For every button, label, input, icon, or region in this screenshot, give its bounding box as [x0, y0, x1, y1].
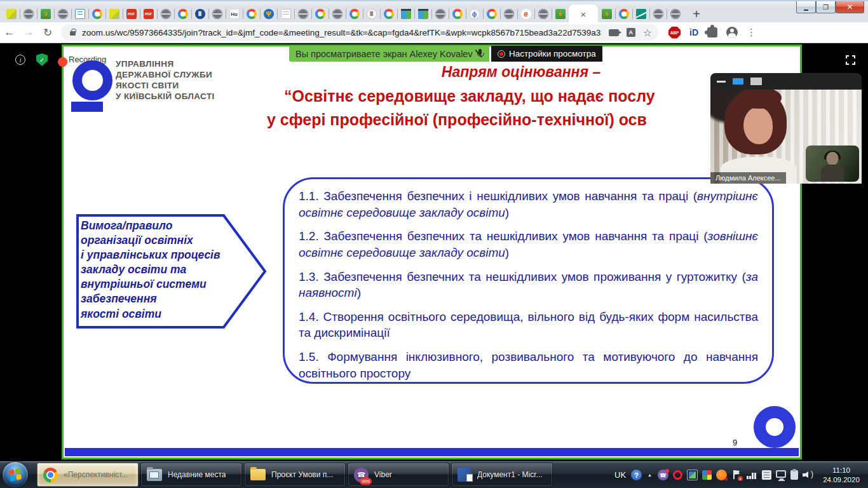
tray-clip-icon[interactable]: [790, 470, 798, 480]
pinned-tab-notes6[interactable]: [598, 4, 615, 24]
taskbar-button-recent[interactable]: Недавние места: [140, 463, 242, 487]
browser-menu-icon[interactable]: ⋮: [747, 27, 756, 38]
encryption-shield-icon[interactable]: ✓: [36, 53, 48, 66]
pinned-tab-ho[interactable]: [226, 4, 243, 24]
pinned-tab-phi[interactable]: [466, 4, 483, 24]
url-text[interactable]: zoom.us/wc/95973664335/join?track_id=&jm…: [82, 28, 601, 37]
pinned-tab-notes6[interactable]: [552, 4, 569, 24]
video-minimize-icon[interactable]: [717, 81, 726, 83]
pinned-tab-globe[interactable]: [294, 4, 311, 24]
id-extension-icon[interactable]: iD: [689, 27, 698, 37]
pinned-tab-google[interactable]: [449, 4, 466, 24]
tray-signal-icon[interactable]: [747, 470, 757, 480]
taskbar-button-viber[interactable]: 999Viber: [348, 463, 449, 487]
pinned-tab-globe[interactable]: [500, 4, 517, 24]
pinned-tab-globe[interactable]: [329, 4, 346, 24]
pinned-tab-google[interactable]: [346, 4, 363, 24]
profile-avatar-icon[interactable]: [726, 27, 738, 38]
refresh-icon[interactable]: ↻: [38, 26, 57, 39]
tray-vol-icon[interactable]: [803, 470, 813, 480]
pinned-tab-pdf[interactable]: [123, 4, 140, 24]
tray-cube-icon[interactable]: [702, 470, 712, 480]
pinned-tab-notes3[interactable]: [37, 4, 54, 24]
pinned-tab-google[interactable]: [174, 4, 191, 24]
pinned-tab-google[interactable]: [380, 4, 397, 24]
pinned-tab-globe[interactable]: [649, 4, 667, 24]
pinned-tab-google[interactable]: [311, 4, 329, 24]
active-tab[interactable]: ×: [569, 4, 598, 24]
pinned-tab-bank-blue[interactable]: [191, 4, 208, 24]
lock-icon[interactable]: [70, 31, 76, 36]
participant-video-panel[interactable]: Людмила Алексее...: [710, 73, 862, 184]
slide-page-number: 9: [733, 438, 737, 447]
system-tray: UK ? ▲ ✕ 11:10 24.09.2020: [614, 461, 867, 488]
taskbar-button-chrome[interactable]: «Перспективніст...: [37, 463, 139, 487]
video-layout-icon[interactable]: [750, 78, 762, 85]
pinned-tab-doc[interactable]: [277, 4, 294, 24]
pinned-tabs: ×+: [3, 4, 705, 24]
tray-list-icon[interactable]: [762, 470, 771, 480]
pinned-tab-globe[interactable]: [20, 4, 37, 24]
back-icon[interactable]: ←: [0, 26, 19, 39]
forward-icon[interactable]: →: [19, 26, 38, 39]
pinned-tab-orange-e[interactable]: [517, 4, 534, 24]
camera-icon[interactable]: [609, 29, 619, 36]
language-indicator[interactable]: UK: [614, 470, 626, 480]
notes6-favicon-icon: [555, 9, 566, 19]
pinned-tab-google[interactable]: [615, 4, 632, 24]
close-button[interactable]: [836, 1, 864, 13]
pinned-tab-globe[interactable]: [431, 4, 449, 24]
minimize-button[interactable]: [796, 1, 816, 13]
extensions-puzzle-icon[interactable]: [707, 27, 717, 37]
globe-favicon-icon: [538, 9, 548, 19]
new-tab-button[interactable]: +: [688, 5, 705, 23]
maximize-button[interactable]: [816, 1, 836, 13]
start-button[interactable]: [3, 462, 28, 487]
taskbar-clock[interactable]: 11:10 24.09.2020: [818, 466, 864, 485]
window-controls: [796, 1, 864, 13]
tray-screen-icon[interactable]: [687, 470, 698, 480]
pinned-tab-globe[interactable]: [157, 4, 174, 24]
tray-viber-icon[interactable]: [658, 470, 668, 480]
fullscreen-icon[interactable]: [845, 55, 856, 68]
adblock-extension-icon[interactable]: ABP: [668, 27, 681, 39]
pinned-tab-globe[interactable]: [667, 4, 684, 24]
criteria-item: 1.3. Забезпечення безпечних та нешкідлив…: [299, 269, 758, 301]
clock-date: 24.09.2020: [818, 475, 864, 485]
pinned-tab-teal-chart[interactable]: [632, 4, 649, 24]
tab-close-icon[interactable]: ×: [581, 10, 587, 19]
translate-icon[interactable]: A: [627, 28, 635, 37]
pinned-tab-flag[interactable]: [397, 4, 414, 24]
pinned-tab-globe[interactable]: [534, 4, 552, 24]
pinned-tab-google[interactable]: [483, 4, 500, 24]
tray-display-icon[interactable]: [776, 470, 786, 478]
pinned-tab-google[interactable]: [88, 4, 105, 24]
pinned-tab-pdf[interactable]: [140, 4, 157, 24]
requirement-callout: Вимога/правилоорганізації освітніхі упра…: [76, 214, 267, 329]
taskbar-button-word[interactable]: Документ1 - Micr...: [451, 463, 553, 487]
pinned-tab-bluedoc[interactable]: [71, 4, 88, 24]
taskbar-button-folder[interactable]: Проєкт Умови п...: [244, 463, 346, 487]
pinned-tab-bank-gray[interactable]: [363, 4, 380, 24]
tray-flag-icon[interactable]: ✕: [731, 470, 742, 480]
omnibox[interactable]: zoom.us/wc/95973664335/join?track_id=&jm…: [61, 24, 658, 41]
tray-expand-icon[interactable]: ▲: [647, 473, 653, 477]
pinned-tab-map[interactable]: [105, 4, 123, 24]
help-icon[interactable]: ?: [631, 470, 642, 480]
pinned-tab-globe[interactable]: [54, 4, 71, 24]
meeting-info-icon[interactable]: i: [15, 55, 25, 65]
pinned-tab-flag[interactable]: [414, 4, 431, 24]
pinned-tab-globe[interactable]: [208, 4, 226, 24]
video-layout-active-icon[interactable]: [733, 78, 743, 85]
view-settings-button[interactable]: Настройки просмотра: [491, 46, 602, 62]
pdf-favicon-icon: [126, 9, 137, 19]
pinned-tab-map[interactable]: [3, 4, 20, 24]
pinned-tab-google[interactable]: [243, 4, 260, 24]
bank-blue-favicon-icon: [195, 9, 205, 19]
tray-avast-icon[interactable]: [716, 470, 727, 480]
bookmark-star-icon[interactable]: ☆: [643, 27, 652, 39]
browser-titlebar: ×+: [0, 0, 868, 22]
globe-favicon-icon: [298, 9, 308, 19]
tray-opera-icon[interactable]: [673, 470, 682, 480]
pinned-tab-trident[interactable]: [260, 4, 277, 24]
